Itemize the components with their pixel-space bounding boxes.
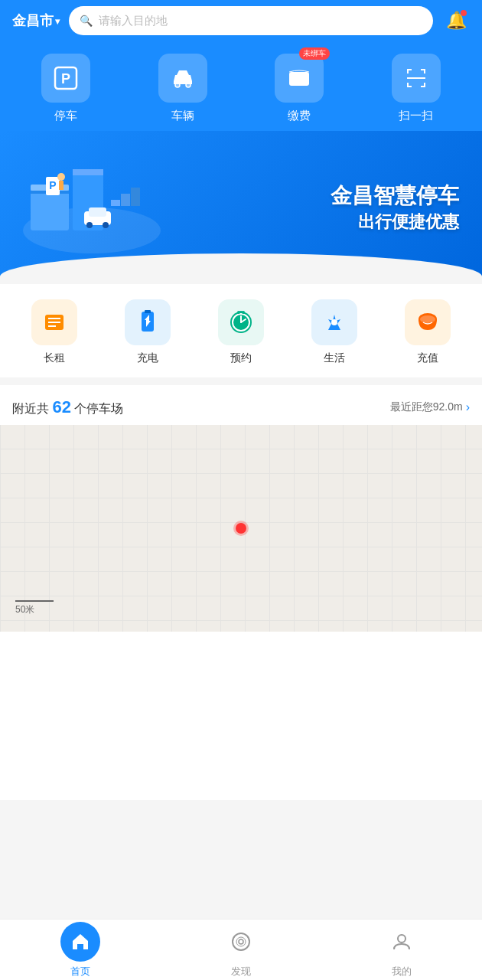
svg-rect-5 xyxy=(289,75,309,79)
services-row: 长租 充电 xyxy=(8,299,474,365)
vehicle-icon xyxy=(169,64,197,92)
svg-point-22 xyxy=(57,173,65,181)
recharge-label: 充值 xyxy=(417,351,438,365)
parking-count-number: 62 xyxy=(52,397,70,416)
parking-icon-box: P xyxy=(41,54,90,103)
svg-point-2 xyxy=(175,83,180,87)
long-rent-icon xyxy=(31,299,77,345)
svg-rect-19 xyxy=(111,200,120,206)
svg-rect-21 xyxy=(131,188,140,206)
parking-count-prefix: 附近共 xyxy=(12,402,49,415)
parking-distance[interactable]: 最近距您92.0m › xyxy=(390,400,470,414)
vehicle-label: 车辆 xyxy=(171,109,194,123)
scan-label: 扫一扫 xyxy=(399,109,433,123)
svg-point-15 xyxy=(86,222,93,228)
svg-rect-14 xyxy=(89,207,106,217)
svg-point-34 xyxy=(237,311,240,314)
parking-label: 停车 xyxy=(54,109,77,123)
svg-text:P: P xyxy=(61,71,70,87)
map-scale-label: 50米 xyxy=(15,603,54,616)
notification-dot xyxy=(461,10,467,16)
mine-icon-wrap xyxy=(382,922,422,962)
search-bar[interactable]: 🔍 请输入目的地 xyxy=(69,6,433,35)
scan-icon xyxy=(402,64,430,92)
search-placeholder: 请输入目的地 xyxy=(99,14,168,28)
notification-button[interactable]: 🔔 xyxy=(442,7,470,34)
service-item-recharge[interactable]: 充值 xyxy=(405,299,451,365)
banner: P 金昌智慧停车 出行便捷优惠 xyxy=(0,131,482,284)
bottom-nav-mine[interactable]: 我的 xyxy=(371,922,432,978)
map-area[interactable]: 50米 xyxy=(0,425,482,632)
svg-point-16 xyxy=(103,222,109,228)
parking-count: 附近共 62 个停车场 xyxy=(12,397,123,417)
recharge-icon xyxy=(405,299,451,345)
service-item-life[interactable]: 生活 xyxy=(311,299,357,365)
svg-rect-23 xyxy=(59,181,64,190)
parking-count-suffix: 个停车场 xyxy=(74,402,123,415)
bottom-nav-home[interactable]: 首页 xyxy=(50,922,111,978)
long-rent-label: 长租 xyxy=(44,351,65,365)
svg-rect-12 xyxy=(73,169,103,175)
city-selector[interactable]: 金昌市 ▾ xyxy=(12,11,60,30)
payment-icon-box: 未绑车 xyxy=(275,54,324,103)
banner-text: 金昌智慧停车 出行便捷优惠 xyxy=(331,181,459,234)
mine-icon xyxy=(391,931,412,952)
payment-label: 缴费 xyxy=(288,109,311,123)
home-icon xyxy=(70,931,91,952)
nav-item-payment[interactable]: 未绑车 缴费 xyxy=(275,54,324,123)
mine-label: 我的 xyxy=(392,965,412,978)
city-name: 金昌市 xyxy=(12,11,54,30)
payment-icon xyxy=(285,64,313,92)
svg-rect-20 xyxy=(121,194,130,206)
parking-info: 附近共 62 个停车场 最近距您92.0m › xyxy=(0,385,482,425)
content-below-map xyxy=(0,632,482,800)
service-item-charging[interactable]: 充电 xyxy=(125,299,171,365)
svg-rect-29 xyxy=(145,310,151,313)
svg-point-42 xyxy=(398,935,405,942)
svg-point-39 xyxy=(233,933,249,950)
header: 金昌市 ▾ 🔍 请输入目的地 🔔 xyxy=(0,0,482,46)
life-label: 生活 xyxy=(324,351,345,365)
banner-illustration: P xyxy=(8,139,176,261)
reservation-label: 预约 xyxy=(230,351,252,365)
scan-icon-box xyxy=(392,54,441,103)
map-scale: 50米 xyxy=(15,600,54,616)
svg-point-3 xyxy=(186,83,191,87)
bottom-nav-discover[interactable]: 发现 xyxy=(210,922,272,978)
life-icon xyxy=(311,299,357,345)
search-icon: 🔍 xyxy=(80,15,93,27)
home-icon-wrap xyxy=(60,922,100,962)
discover-icon xyxy=(230,931,252,952)
bottom-nav: 首页 发现 我的 xyxy=(0,919,482,980)
payment-badge: 未绑车 xyxy=(299,47,330,60)
city-dropdown-icon: ▾ xyxy=(55,16,60,27)
banner-line1: 金昌智慧停车 xyxy=(331,181,459,211)
discover-label: 发现 xyxy=(231,965,251,978)
discover-icon-wrap xyxy=(221,922,261,962)
svg-text:P: P xyxy=(49,179,56,191)
service-item-long-rent[interactable]: 长租 xyxy=(31,299,77,365)
map-user-location xyxy=(236,523,246,534)
reservation-icon xyxy=(218,299,264,345)
distance-label: 最近距您92.0m xyxy=(390,400,463,414)
parking-icon: P xyxy=(52,64,80,92)
svg-point-41 xyxy=(236,937,246,946)
map-scale-line xyxy=(15,600,54,602)
svg-point-35 xyxy=(242,311,245,314)
distance-chevron: › xyxy=(466,400,470,414)
charging-icon xyxy=(125,299,171,345)
nav-item-vehicle[interactable]: 车辆 xyxy=(158,54,207,123)
vehicle-icon-box xyxy=(158,54,207,103)
nav-item-parking[interactable]: P 停车 xyxy=(41,54,90,123)
service-item-reservation[interactable]: 预约 xyxy=(218,299,264,365)
nav-item-scan[interactable]: 扫一扫 xyxy=(392,54,441,123)
svg-point-40 xyxy=(239,939,243,944)
home-label: 首页 xyxy=(70,965,90,978)
charging-label: 充电 xyxy=(137,351,158,365)
banner-line2: 出行便捷优惠 xyxy=(331,211,459,234)
svg-point-38 xyxy=(420,315,435,323)
quick-nav: P 停车 车辆 未绑车 缴费 xyxy=(0,46,482,139)
svg-point-36 xyxy=(331,319,337,325)
services-section: 长租 充电 xyxy=(0,284,482,377)
